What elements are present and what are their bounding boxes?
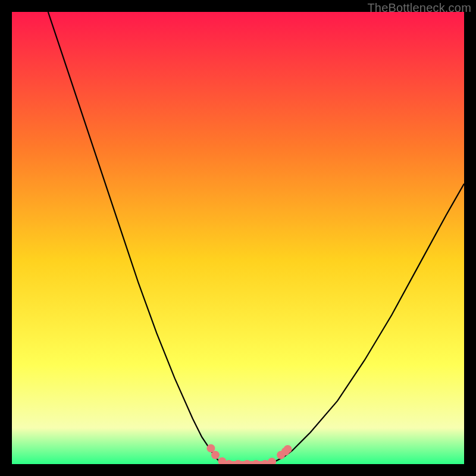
valley-marker xyxy=(284,445,292,453)
gradient-background xyxy=(12,12,464,464)
valley-marker xyxy=(211,451,220,459)
watermark-label: TheBottleneck.com xyxy=(367,1,471,15)
bottleneck-chart xyxy=(12,12,464,464)
valley-marker xyxy=(206,444,215,452)
chart-frame: TheBottleneck.com xyxy=(0,0,476,476)
